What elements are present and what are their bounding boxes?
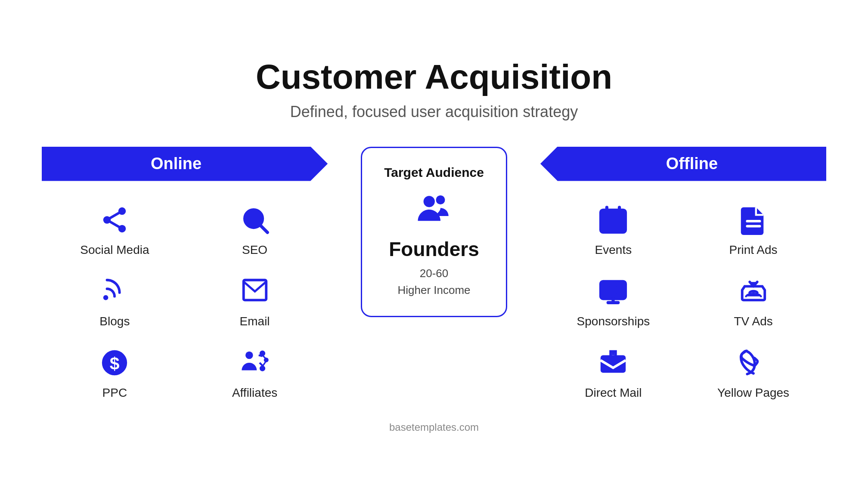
print-ads-icon <box>736 203 771 237</box>
offline-items-grid: Events Print Ads Sponsorships TV Ads Dir… <box>556 203 810 400</box>
svg-line-13 <box>260 363 263 366</box>
item-print-ads: Print Ads <box>696 203 810 257</box>
target-audience-card: Target Audience Founders 20-60 Higher In… <box>361 147 507 317</box>
footer-text: basetemplates.com <box>389 421 479 433</box>
direct-mail-icon <box>596 346 630 380</box>
svg-point-9 <box>245 351 253 359</box>
affiliates-label: Affiliates <box>232 386 277 400</box>
svg-line-4 <box>260 225 267 232</box>
ppc-icon: $ <box>97 346 132 380</box>
page-title: Customer Acquisition <box>256 58 612 96</box>
seo-label: SEO <box>242 243 267 257</box>
svg-point-18 <box>436 195 445 204</box>
tv-ads-label: TV Ads <box>734 315 772 328</box>
item-direct-mail: Direct Mail <box>556 346 670 400</box>
item-yellow-pages: Yellow Pages <box>696 346 810 400</box>
social-media-icon <box>97 203 132 237</box>
svg-line-15 <box>262 355 266 359</box>
svg-rect-23 <box>606 220 610 224</box>
svg-rect-25 <box>617 220 621 224</box>
item-blogs: Blogs <box>58 274 172 328</box>
online-items-grid: Social Media SEO Blogs Email $ PPC <box>58 203 312 400</box>
direct-mail-label: Direct Mail <box>585 386 642 400</box>
svg-rect-27 <box>611 226 615 230</box>
item-social-media: Social Media <box>58 203 172 257</box>
yellow-pages-icon <box>736 346 771 380</box>
blogs-label: Blogs <box>99 315 130 328</box>
sponsorships-icon <box>596 274 630 309</box>
email-icon <box>238 274 272 309</box>
yellow-pages-label: Yellow Pages <box>717 386 789 400</box>
blogs-icon <box>97 274 132 309</box>
target-desc: 20-60 Higher Income <box>397 265 470 299</box>
center-column: Target Audience Founders 20-60 Higher In… <box>361 147 507 317</box>
events-icon <box>596 203 630 237</box>
svg-rect-34 <box>601 355 626 373</box>
founders-icon <box>415 190 453 231</box>
print-ads-label: Print Ads <box>729 243 778 257</box>
item-sponsorships: Sponsorships <box>556 274 670 328</box>
sponsorships-label: Sponsorships <box>577 315 650 328</box>
seo-icon <box>238 203 272 237</box>
main-content: Online Social Media SEO Blogs Email <box>26 147 842 400</box>
item-ppc: $ PPC <box>58 346 172 400</box>
svg-rect-24 <box>611 220 615 224</box>
email-label: Email <box>240 315 270 328</box>
footer: basetemplates.com <box>389 421 479 433</box>
events-label: Events <box>595 243 632 257</box>
online-banner: Online <box>42 147 328 181</box>
svg-text:$: $ <box>110 354 120 374</box>
svg-point-17 <box>424 196 435 207</box>
social-media-label: Social Media <box>80 243 149 257</box>
target-audience-label: Target Audience <box>384 165 484 180</box>
item-email: Email <box>198 274 312 328</box>
item-events: Events <box>556 203 670 257</box>
tv-ads-icon <box>736 274 771 309</box>
svg-line-16 <box>262 361 266 366</box>
ppc-label: PPC <box>102 386 127 400</box>
affiliates-icon <box>238 346 272 380</box>
item-seo: SEO <box>198 203 312 257</box>
svg-point-33 <box>610 286 617 294</box>
offline-banner: Offline <box>540 147 826 181</box>
page-subtitle: Defined, focused user acquisition strate… <box>290 103 578 121</box>
item-tv-ads: TV Ads <box>696 274 810 328</box>
item-affiliates: Affiliates <box>198 346 312 400</box>
target-name: Founders <box>389 238 479 261</box>
svg-line-12 <box>258 355 262 356</box>
section-online: Online Social Media SEO Blogs Email <box>26 147 344 400</box>
section-offline: Offline Events Print Ads Sponsorships TV… <box>524 147 842 400</box>
svg-rect-26 <box>606 226 610 230</box>
